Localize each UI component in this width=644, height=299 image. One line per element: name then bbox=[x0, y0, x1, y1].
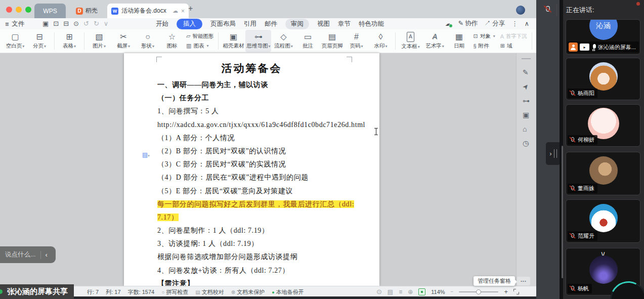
participant-tile[interactable]: 董雨姝 bbox=[566, 152, 640, 195]
adjust-tool-icon[interactable]: ⊶ bbox=[523, 97, 530, 105]
doc-line: （2）B 部分：居民对“双碳”的认识情况 bbox=[157, 145, 378, 158]
docer-pane-icon[interactable]: ⌂ bbox=[523, 125, 527, 133]
close-tab-icon[interactable]: × bbox=[181, 8, 185, 15]
local-backup[interactable]: ● 本地备份开 bbox=[272, 288, 304, 296]
print-preview-icon[interactable]: ⊙ bbox=[73, 20, 79, 27]
outline-view-icon[interactable]: ≡ bbox=[399, 288, 402, 295]
zoom-percent[interactable]: 114% bbox=[431, 289, 445, 295]
ribbon-button-attachment[interactable]: §附件 bbox=[473, 42, 495, 50]
chat-placeholder[interactable]: 说点什么... bbox=[5, 250, 35, 259]
tab-references[interactable]: 引用 bbox=[244, 20, 256, 28]
collaborate-button[interactable]: ✎ 协作 bbox=[458, 19, 478, 28]
tab-insert-active[interactable]: 插入 bbox=[177, 19, 202, 29]
participant-tile[interactable]: 何柳妍 bbox=[566, 104, 640, 147]
ribbon-button-text-box[interactable]: A文本框▾ bbox=[398, 30, 422, 52]
ribbon-button-picture[interactable]: ▧图片▾ bbox=[87, 30, 111, 52]
close-window-button[interactable] bbox=[6, 7, 12, 13]
spell-check[interactable]: ○ 拼写检查 bbox=[161, 288, 188, 296]
sidebar-expand-handle[interactable]: › bbox=[546, 142, 561, 165]
file-menu[interactable]: 文件 bbox=[12, 20, 24, 28]
ribbon-button-page-number[interactable]: #页码▾ bbox=[344, 30, 368, 52]
tab-section[interactable]: 章节 bbox=[338, 20, 351, 28]
doc-line-highlighted: 7.17） bbox=[157, 211, 378, 224]
meeting-sidebar: › 正在讲话: 沁涵 ▸ 张沁涵的屏幕... 杨雨阳 bbox=[536, 0, 644, 299]
ribbon-button-watermark[interactable]: ◊水印▾ bbox=[368, 30, 393, 52]
tab-review[interactable]: 审阅 bbox=[285, 19, 309, 29]
participant-tile[interactable]: 杨雨阳 bbox=[566, 58, 640, 100]
tab-docer[interactable]: D 稻壳 bbox=[71, 4, 103, 18]
doc-proofing[interactable]: ▤ 文档校对 bbox=[195, 288, 224, 296]
tab-view[interactable]: 视图 bbox=[317, 20, 330, 28]
ribbon-button-chart[interactable]: ▥图表▾ bbox=[186, 42, 213, 50]
ribbon-button-mindmap[interactable]: ⊶思维导图▾ bbox=[245, 30, 271, 52]
cloud-status-icon[interactable]: ☁ bbox=[445, 20, 452, 27]
tab-wps-home[interactable]: WPS bbox=[34, 4, 66, 18]
doc-protection[interactable]: ⊗ 文档未保护 bbox=[231, 288, 265, 296]
collapse-pane-icon[interactable] bbox=[522, 58, 531, 59]
hamburger-icon[interactable]: ≡ bbox=[5, 21, 9, 28]
document-page[interactable]: 活动筹备会 一、调研——问卷为主，辅以访谈 （一）任务分工 1、问卷撰写：5 人… bbox=[124, 53, 379, 286]
ribbon-button-object[interactable]: ⊡对象▾ bbox=[473, 33, 495, 40]
ribbon-button-wordart[interactable]: A艺术字▾ bbox=[422, 30, 447, 52]
share-button[interactable]: ↗ 分享 bbox=[484, 19, 505, 28]
select-tool-icon[interactable]: ➤ bbox=[521, 81, 531, 91]
ribbon-button-date[interactable]: ▦日期 bbox=[447, 30, 471, 52]
zoom-in-icon[interactable]: + bbox=[504, 288, 508, 295]
eye-protection-icon[interactable]: ⊙ bbox=[376, 288, 382, 295]
ribbon-button-comment[interactable]: ▭批注 bbox=[295, 30, 320, 52]
participant-name: 杨雨阳 bbox=[578, 90, 594, 97]
tab-home[interactable]: 开始 bbox=[156, 20, 168, 28]
chat-collapse-icon[interactable]: ‹ bbox=[45, 251, 47, 259]
ribbon-button-table[interactable]: ⊞表格▾ bbox=[57, 30, 81, 52]
tab-mailings[interactable]: 邮件 bbox=[265, 20, 277, 28]
save-icon[interactable]: ▣ bbox=[42, 20, 49, 27]
zoom-slider[interactable] bbox=[459, 291, 498, 292]
export-icon[interactable]: ⊡ bbox=[53, 20, 59, 27]
muted-mic-icon[interactable] bbox=[543, 5, 551, 13]
zoom-window-button[interactable] bbox=[25, 7, 31, 13]
web-view-icon[interactable]: ⊕ bbox=[408, 288, 413, 295]
tab-document-active[interactable]: W 活动筹备会.docx ☁ × bbox=[107, 4, 189, 18]
redo-icon[interactable]: ↻ bbox=[94, 20, 99, 27]
fullscreen-icon[interactable] bbox=[513, 289, 519, 294]
more-menu-icon[interactable]: ⋮ bbox=[511, 20, 518, 27]
task-pane-more-button[interactable]: ••• bbox=[517, 277, 530, 285]
ribbon-button-flowchart[interactable]: ◇流程图▾ bbox=[271, 30, 295, 52]
account-avatar[interactable] bbox=[516, 6, 525, 15]
participant-name: 杨帆 bbox=[578, 285, 589, 292]
margin-comment-icon[interactable]: ▤▾ bbox=[142, 151, 150, 158]
muted-mic-icon bbox=[569, 137, 576, 143]
image-pane-icon[interactable]: ▣ bbox=[523, 111, 529, 119]
ribbon-button-header-footer[interactable]: ▤页眉页脚 bbox=[320, 30, 344, 52]
ribbon-button-shapes[interactable]: ○形状▾ bbox=[136, 30, 160, 52]
undo-icon[interactable]: ↺ bbox=[83, 20, 89, 27]
flowchart-icon: ◇ bbox=[280, 32, 286, 41]
minimize-window-button[interactable] bbox=[16, 7, 22, 13]
meeting-chat-quick-input[interactable]: 说点什么... ‹ bbox=[0, 246, 56, 263]
new-tab-button[interactable]: + bbox=[188, 4, 193, 13]
ribbon-button-icons[interactable]: ☆图标 bbox=[160, 30, 184, 52]
ribbon-button-field[interactable]: ⊞域 bbox=[500, 42, 527, 50]
history-pane-icon[interactable]: ◷ bbox=[523, 139, 529, 147]
page-view-icon[interactable]: ▤ bbox=[388, 288, 393, 295]
zoom-slider-knob[interactable] bbox=[476, 289, 481, 294]
tab-page-layout[interactable]: 页面布局 bbox=[210, 20, 236, 28]
word-count[interactable]: 字数: 1574 bbox=[128, 288, 155, 296]
participant-tile[interactable]: 范耀升 bbox=[566, 199, 640, 243]
tab-special-features[interactable]: 特色功能 bbox=[359, 20, 384, 28]
zoom-out-icon[interactable]: − bbox=[451, 289, 454, 294]
ribbon-button-screenshot[interactable]: ✂截屏▾ bbox=[111, 30, 136, 52]
pen-tool-icon[interactable]: ✎ bbox=[523, 68, 529, 76]
document-area[interactable]: 活动筹备会 一、调研——问卷为主，辅以访谈 （一）任务分工 1、问卷撰写：5 人… bbox=[0, 53, 536, 286]
fit-page-icon[interactable] bbox=[418, 288, 425, 295]
doc-line: 一、调研——问卷为主，辅以访谈 bbox=[157, 78, 378, 92]
doc-line: （4）D 部分：居民在“双碳”进程中遇到的问题 bbox=[157, 171, 378, 184]
ribbon-button-page-break[interactable]: ⊟分页▾ bbox=[27, 30, 52, 52]
print-icon[interactable]: ⊟ bbox=[63, 20, 69, 27]
collapse-ribbon-icon[interactable]: ∧ bbox=[525, 20, 529, 27]
ribbon-button-docer-assets[interactable]: ▣稻壳素材 bbox=[221, 30, 245, 52]
ribbon-button-smartart[interactable]: ▱智能图形 bbox=[186, 33, 213, 40]
more-commands-icon[interactable]: ∨ bbox=[104, 20, 109, 27]
participant-tile-screen-share[interactable]: 沁涵 ▸ 张沁涵的屏幕... bbox=[566, 19, 640, 55]
ribbon-button-blank-page[interactable]: ▢空白页▾ bbox=[3, 30, 27, 52]
